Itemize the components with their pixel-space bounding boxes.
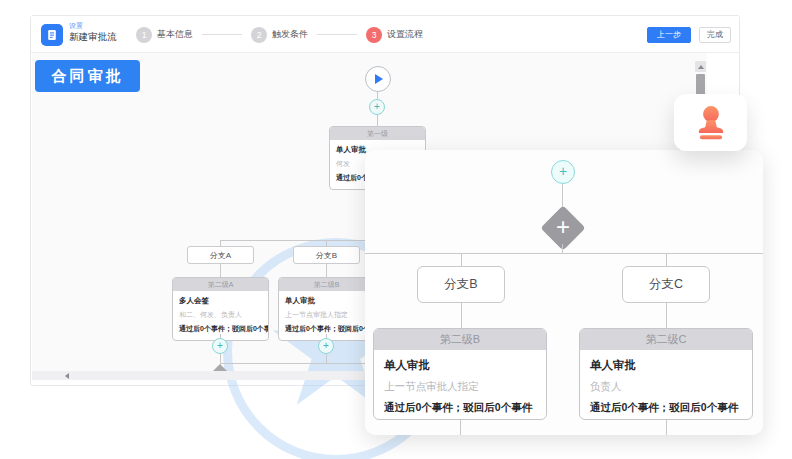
connector-line: [460, 420, 461, 435]
connector-line: [666, 303, 667, 328]
finish-button[interactable]: 完成: [699, 27, 731, 43]
node-title: 第二级B: [279, 278, 374, 291]
arrow-left-icon: [65, 373, 69, 379]
step-number-3: 3: [366, 27, 382, 43]
connector-line: [461, 303, 462, 328]
connector-line: [220, 264, 221, 277]
app-heading: 设置 新建审批流: [69, 22, 117, 43]
start-node[interactable]: [365, 66, 391, 92]
node-level2a[interactable]: 第二级A 多人会签 和二、何发、负责人 通过后0个事件；驳回后0个事件: [172, 277, 269, 341]
node-events: 通过后0个事件；驳回后0个事件: [384, 401, 536, 415]
node-assignee: 负责人: [590, 380, 742, 394]
add-node-button[interactable]: +: [369, 99, 385, 115]
node-card-level2b[interactable]: 第二级B 单人审批 上一节点审批人指定 通过后0个事件；驳回后0个事件: [373, 328, 547, 420]
node-mode: 单人审批: [384, 358, 536, 373]
stamp-icon: [693, 104, 729, 142]
branch-a-box[interactable]: 分支A: [187, 246, 254, 264]
node-card-level2c[interactable]: 第二级C 单人审批 负责人 通过后0个事件；驳回后0个事件: [579, 328, 753, 420]
step-number-2: 2: [251, 27, 267, 43]
add-node-button[interactable]: +: [212, 338, 228, 354]
connector-line: [326, 264, 327, 277]
branch-split-line: [365, 253, 763, 254]
node-assignee: 上一节点审批人指定: [384, 380, 536, 394]
page-title: 新建审批流: [69, 32, 117, 43]
connector-line: [326, 354, 327, 363]
step-connector: [317, 34, 357, 35]
connector-line: [220, 354, 221, 363]
node-events: 通过后0个事件；驳回后0个事件: [285, 324, 368, 334]
node-mode: 单人审批: [590, 358, 742, 373]
header-bar: 设置 新建审批流 1 基本信息 2 触发条件 3 设置流程 上: [31, 16, 739, 53]
stamp-card[interactable]: [674, 94, 747, 151]
connector-line: [666, 420, 667, 435]
flow-name-tag: 合同审批: [35, 60, 140, 92]
add-node-button[interactable]: +: [318, 338, 334, 354]
node-title: 第二级B: [374, 329, 546, 350]
step-label-2: 触发条件: [272, 28, 308, 41]
arrow-up-icon: [698, 65, 704, 69]
step-basic-info[interactable]: 1 基本信息: [136, 27, 193, 43]
node-assignee: 上一节点审批人指定: [285, 310, 368, 320]
scroll-up-button[interactable]: [695, 61, 706, 72]
connector-line: [377, 115, 378, 126]
node-mode: 多人会签: [179, 296, 262, 306]
step-set-flow[interactable]: 3 设置流程: [366, 27, 423, 43]
branch-c-box[interactable]: 分支C: [622, 266, 710, 303]
node-events: 通过后0个事件；驳回后0个事件: [590, 401, 742, 415]
diamond-plus-icon: +: [547, 211, 579, 243]
app-tag: 设置: [69, 22, 117, 30]
branch-b-box[interactable]: 分支B: [417, 266, 505, 303]
document-icon: [41, 24, 63, 46]
step-number-1: 1: [136, 27, 152, 43]
step-label-1: 基本信息: [157, 28, 193, 41]
branch-b-box[interactable]: 分支B: [293, 246, 360, 264]
connector-line: [377, 92, 378, 99]
node-title: 第二级A: [173, 278, 268, 291]
node-title: 第二级C: [580, 329, 752, 350]
play-icon: [375, 74, 383, 84]
step-trigger-condition[interactable]: 2 触发条件: [251, 27, 308, 43]
node-mode: 单人审批: [285, 296, 368, 306]
node-title: 第一级: [330, 127, 425, 140]
node-events: 通过后0个事件；驳回后0个事件: [179, 324, 262, 334]
step-label-3: 设置流程: [387, 28, 423, 41]
add-node-button[interactable]: +: [551, 160, 575, 184]
previous-step-button[interactable]: 上一步: [647, 27, 691, 43]
connector-line: [666, 253, 667, 266]
workflow-designer-screen: 设置 新建审批流 1 基本信息 2 触发条件 3 设置流程 上: [0, 0, 792, 459]
node-assignee: 和二、何发、负责人: [179, 310, 262, 320]
zoomed-flow-panel: + + 分支B 分支C 第二级B 单人审批 上一节点审批人指定 通过后0个事件；…: [365, 150, 763, 435]
connector-line: [562, 244, 563, 253]
step-connector: [202, 34, 242, 35]
step-indicator: 1 基本信息 2 触发条件 3 设置流程: [136, 16, 423, 53]
node-level2b[interactable]: 第二级B 单人审批 上一节点审批人指定 通过后0个事件；驳回后0个事件: [278, 277, 375, 341]
connector-line: [461, 253, 462, 266]
